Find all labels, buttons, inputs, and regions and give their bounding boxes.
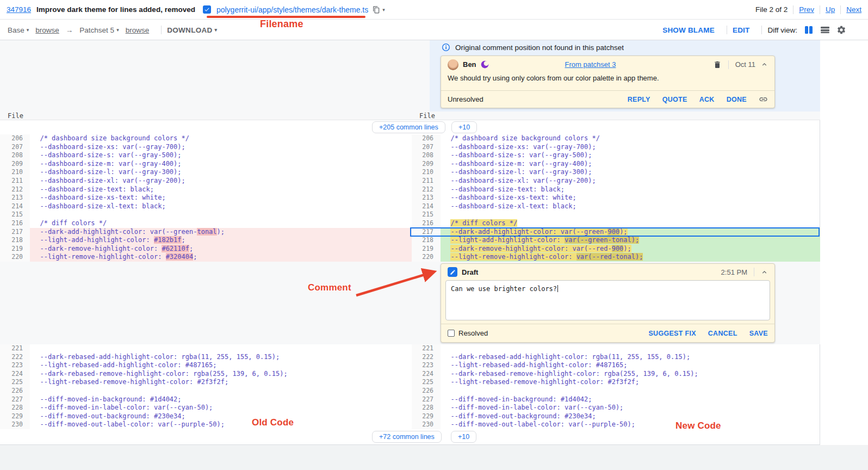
copy-icon[interactable] [373, 6, 380, 14]
diff-line-right[interactable]: 217 --dark-add-highlight-color: var(--gr… [412, 228, 820, 237]
done-button[interactable]: DONE [727, 96, 747, 103]
line-number[interactable]: 224 [0, 370, 30, 379]
cancel-button[interactable]: CANCEL [708, 330, 737, 337]
diff-line-left[interactable]: 206 /* dashboard size background colors … [0, 134, 412, 143]
quote-button[interactable]: QUOTE [662, 96, 687, 103]
line-number[interactable]: 207 [0, 143, 30, 152]
diff-line-right[interactable]: 211 --dashboard-size-xl: var(--gray-200)… [412, 177, 820, 185]
line-number[interactable]: 210 [0, 168, 30, 177]
line-number[interactable]: 214 [0, 202, 30, 211]
diff-line-left[interactable]: 208 --dashboard-size-s: var(--gray-500); [0, 151, 412, 160]
diff-line-left[interactable]: 228 --diff-moved-in-label-color: var(--c… [0, 404, 412, 412]
line-number[interactable]: 221 [0, 344, 30, 353]
line-number[interactable]: 209 [0, 160, 30, 169]
line-number[interactable]: 206 [0, 134, 30, 143]
diff-line-right[interactable]: 223 --light-rebased-add-highlight-color:… [412, 361, 820, 370]
line-number[interactable]: 215 [0, 211, 30, 219]
diff-line-left[interactable]: 229 --diff-moved-out-background: #230e34… [0, 412, 412, 421]
diff-line-right[interactable]: 206 /* dashboard size background colors … [412, 134, 820, 143]
line-number[interactable]: 222 [0, 353, 30, 362]
diff-line-right[interactable]: 213 --dashboard-size-xs-text: white; [412, 194, 820, 202]
line-number[interactable]: 225 [412, 378, 441, 387]
patchset-dropdown[interactable]: Patchset 5▾ [79, 26, 119, 34]
line-number[interactable]: 229 [0, 412, 30, 421]
base-patchset-dropdown[interactable]: Base▾ [8, 26, 29, 34]
diff-line-left[interactable]: 210 --dashboard-size-l: var(--gray-300); [0, 168, 412, 177]
diff-line-left[interactable]: 222 --dark-rebased-add-highlight-color: … [0, 353, 412, 362]
diff-line-left[interactable]: 226 [0, 387, 412, 395]
diff-line-right[interactable]: 208 --dashboard-size-s: var(--gray-500); [412, 151, 820, 160]
line-number[interactable]: 214 [412, 202, 441, 211]
diff-line-left[interactable]: 213 --dashboard-size-xs-text: white; [0, 194, 412, 202]
line-number[interactable]: 225 [0, 378, 30, 387]
line-number[interactable]: 218 [412, 236, 441, 245]
line-number[interactable]: 226 [0, 387, 30, 395]
diff-line-right[interactable]: 221 [412, 344, 820, 353]
suggest-fix-button[interactable]: SUGGEST FIX [648, 330, 696, 337]
edit-button[interactable]: EDIT [733, 26, 750, 34]
expand-ten-top-button[interactable]: +10 [451, 121, 477, 133]
collapse-draft-chevron-icon[interactable] [761, 269, 768, 276]
line-number[interactable]: 220 [0, 253, 30, 262]
diff-line-left[interactable]: 221 [0, 344, 412, 353]
diff-line-left[interactable]: 225 --light-rebased-remove-highlight-col… [0, 378, 412, 387]
diff-line-left[interactable]: 214 --dashboard-size-xl-text: black; [0, 202, 412, 211]
line-number[interactable]: 218 [0, 236, 30, 245]
reviewed-checkbox[interactable] [203, 5, 211, 14]
change-number-link[interactable]: 347916 [7, 5, 31, 14]
save-button[interactable]: SAVE [749, 330, 768, 337]
line-number[interactable]: 228 [0, 404, 30, 412]
diff-line-right[interactable]: 216 /* diff colors */ [412, 219, 820, 228]
line-number[interactable]: 230 [412, 420, 441, 429]
line-number[interactable]: 217 [412, 228, 441, 237]
up-link[interactable]: Up [826, 5, 835, 14]
line-number[interactable]: 216 [412, 219, 441, 228]
line-number[interactable]: 227 [0, 395, 30, 404]
browse-base-link[interactable]: browse [35, 26, 59, 34]
line-number[interactable]: 212 [412, 185, 441, 194]
diff-line-left[interactable]: 218 --light-add-highlight-color: #182b1f… [0, 236, 412, 245]
line-number[interactable]: 213 [412, 194, 441, 202]
diff-line-right[interactable]: 222 --dark-rebased-add-highlight-color: … [412, 353, 820, 362]
diff-line-right[interactable]: 215 [412, 211, 820, 219]
line-number[interactable]: 217 [0, 228, 30, 237]
diff-line-right[interactable]: 228 --diff-moved-in-label-color: var(--c… [412, 404, 820, 412]
line-number[interactable]: 219 [0, 245, 30, 253]
diff-line-right[interactable]: 225 --light-rebased-remove-highlight-col… [412, 378, 820, 387]
diff-line-right[interactable]: 230 --diff-moved-out-label-color: var(--… [412, 420, 820, 429]
line-number[interactable]: 207 [412, 143, 441, 152]
prev-file-link[interactable]: Prev [799, 5, 814, 14]
file-dropdown-caret-icon[interactable]: ▾ [382, 7, 385, 13]
download-dropdown[interactable]: DOWNLOAD▾ [167, 26, 217, 34]
delete-comment-trash-icon[interactable] [713, 60, 722, 69]
diff-line-left[interactable]: 207 --dashboard-size-xs: var(--gray-700)… [0, 143, 412, 152]
line-number[interactable]: 223 [412, 361, 441, 370]
line-number[interactable]: 219 [412, 245, 441, 253]
diff-line-right[interactable]: 212 --dashboard-size-text: black; [412, 185, 820, 194]
line-number[interactable]: 229 [412, 412, 441, 421]
file-path-link[interactable]: polygerrit-ui/app/styles/themes/dark-the… [216, 5, 368, 14]
line-number[interactable]: 224 [412, 370, 441, 379]
diff-line-left[interactable]: 227 --diff-moved-in-background: #1d4042; [0, 395, 412, 404]
expand-common-lines-top-button[interactable]: +205 common lines [372, 121, 445, 133]
diff-line-right[interactable]: 209 --dashboard-size-m: var(--gray-400); [412, 160, 820, 169]
diff-line-right[interactable]: 226 [412, 387, 820, 395]
diff-line-left[interactable]: 230 --diff-moved-out-label-color: var(--… [0, 420, 412, 429]
line-number[interactable]: 208 [0, 151, 30, 160]
diff-line-right[interactable]: 229 --diff-moved-out-background: #230e34… [412, 412, 820, 421]
line-number[interactable]: 213 [0, 194, 30, 202]
copy-link-icon[interactable] [759, 95, 768, 104]
line-number[interactable]: 209 [412, 160, 441, 169]
line-number[interactable]: 208 [412, 151, 441, 160]
draft-text-input[interactable]: Can we use brighter colors? [445, 280, 770, 320]
line-number[interactable]: 228 [412, 404, 441, 412]
line-number[interactable]: 215 [412, 211, 441, 219]
collapse-thread-chevron-icon[interactable] [761, 61, 768, 68]
line-number[interactable]: 211 [412, 177, 441, 185]
line-number[interactable]: 223 [0, 361, 30, 370]
diff-preferences-gear-icon[interactable] [836, 25, 846, 35]
diff-line-left[interactable]: 211 --dashboard-size-xl: var(--gray-200)… [0, 177, 412, 185]
line-number[interactable]: 227 [412, 395, 441, 404]
diff-line-right[interactable]: 214 --dashboard-size-xl-text: black; [412, 202, 820, 211]
next-file-link[interactable]: Next [846, 5, 861, 14]
